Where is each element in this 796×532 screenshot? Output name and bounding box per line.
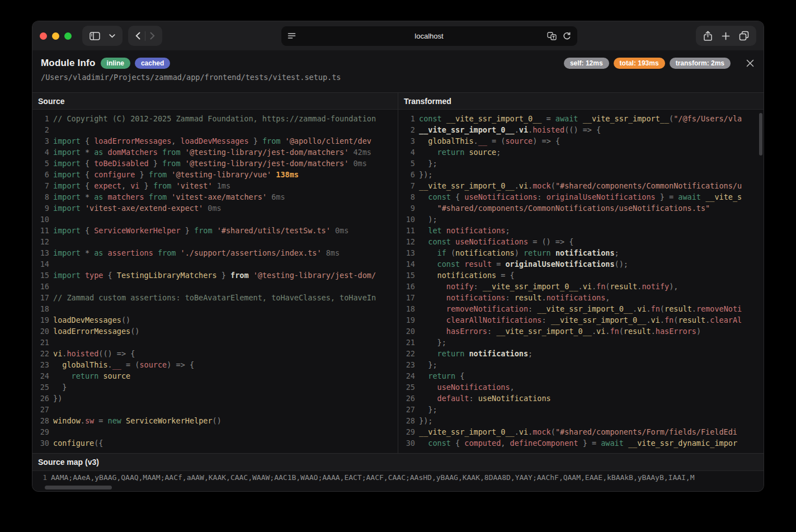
code-line: 9import 'vitest-axe/extend-expect' 0ms (32, 203, 398, 214)
line-number: 10 (32, 214, 49, 225)
line-number: 30 (32, 437, 49, 449)
line-number: 21 (32, 337, 49, 348)
sidebar-menu-button[interactable] (105, 32, 120, 40)
line-number: 1 (32, 113, 49, 124)
module-path: /Users/vladimir/Projects/zammad/app/fron… (41, 73, 756, 82)
line-number: 6 (32, 169, 49, 180)
tab-overview-button[interactable] (734, 29, 753, 43)
browser-window: localhost (32, 21, 764, 491)
horizontal-scrollbar-thumb[interactable] (45, 486, 112, 489)
source-panel-title: Source (32, 93, 398, 110)
line-number: 13 (32, 247, 49, 258)
new-tab-button[interactable] (717, 30, 734, 43)
sidebar-button-group (82, 26, 123, 46)
page-title: Module Info (41, 58, 96, 69)
line-number: 2 (398, 124, 415, 135)
reload-icon[interactable] (563, 32, 571, 40)
forward-button[interactable] (145, 30, 159, 42)
code-line: 27 }; (398, 404, 764, 415)
code-line: 16 notify: __vite_ssr_import_0__.vi.fn(r… (398, 281, 764, 292)
line-number: 3 (398, 135, 415, 147)
zoom-window-button[interactable] (64, 32, 72, 40)
line-number: 11 (32, 225, 49, 236)
line-number: 8 (32, 191, 49, 203)
line-number: 20 (398, 326, 415, 337)
code-line: 24 return { (398, 370, 764, 382)
line-number: 12 (398, 236, 415, 247)
code-line: 5 }; (398, 158, 764, 169)
line-number: 30 (398, 437, 415, 449)
line-number: 1 (398, 113, 415, 124)
code-line: 20loadErrorMessages() (32, 326, 398, 337)
timing-badge: transform: 2ms (670, 58, 731, 69)
url-text: localhost (281, 32, 577, 40)
minimize-window-button[interactable] (52, 32, 59, 40)
line-number: 23 (398, 359, 415, 370)
line-number: 15 (398, 270, 415, 281)
line-number: 10 (398, 214, 415, 225)
history-button-group (128, 26, 162, 46)
code-line: 11 let notifications; (398, 225, 764, 236)
close-button[interactable] (745, 58, 756, 69)
code-line: 10 (32, 214, 398, 225)
sourcemap-panel: Source map (v3) 1 AAMA;AAeA,yBAAG,QAAQ,M… (32, 453, 764, 491)
code-line: 30configure({ (32, 437, 398, 449)
translate-icon[interactable] (547, 32, 557, 40)
code-line: 28}); (398, 415, 764, 426)
sourcemap-mappings: AAMA;AAeA,yBAAG,QAAQ,MAAM;AACf,aAAW,KAAK… (47, 471, 695, 484)
page-format-icon[interactable] (288, 32, 296, 40)
line-number: 2 (32, 124, 49, 135)
code-line: 13import * as assertions from './support… (32, 247, 398, 258)
timing-badge: self: 12ms (564, 58, 609, 69)
code-line: 17// Zammad custom assertions: toBeAvata… (32, 292, 398, 303)
code-line: 6}); (398, 169, 764, 180)
line-number: 19 (32, 314, 49, 326)
code-line: 12 const useNotifications = () => { (398, 236, 764, 247)
code-line: 18 (32, 303, 398, 314)
line-number: 19 (398, 314, 415, 326)
code-line: 4import * as domMatchers from '@testing-… (32, 147, 398, 158)
code-line: 25 useNotifications, (398, 382, 764, 393)
line-number: 5 (398, 158, 415, 169)
browser-toolbar: localhost (32, 21, 764, 50)
line-number: 27 (398, 404, 415, 415)
line-number: 11 (398, 225, 415, 236)
line-number: 24 (32, 370, 49, 382)
line-number: 26 (32, 393, 49, 404)
vertical-scrollbar-thumb[interactable] (759, 113, 762, 156)
code-line: 1// Copyright (C) 2012-2025 Zammad Found… (32, 113, 398, 124)
back-button[interactable] (131, 30, 145, 42)
line-number: 27 (32, 404, 49, 415)
line-number: 22 (398, 348, 415, 359)
chevron-right-icon (150, 32, 155, 40)
source-code[interactable]: 1// Copyright (C) 2012-2025 Zammad Found… (32, 110, 398, 453)
close-window-button[interactable] (40, 32, 47, 40)
code-line: 26 default: useNotifications (398, 393, 764, 404)
line-number: 1 (32, 471, 47, 484)
code-line: 9 "#shared/components/CommonNotification… (398, 203, 764, 214)
transformed-code[interactable]: 1const __vite_ssr_import_0__ = await __v… (398, 110, 764, 453)
code-line: 19 clearAllNotifications: __vite_ssr_imp… (398, 314, 764, 326)
line-number: 12 (32, 236, 49, 247)
line-number: 14 (32, 258, 49, 270)
sourcemap-line: 1 AAMA;AAeA,yBAAG,QAAQ,MAAM;AACf,aAAW,KA… (32, 471, 764, 484)
code-line: 28window.sw = new ServiceWorkerHelper() (32, 415, 398, 426)
line-number: 14 (398, 258, 415, 270)
sidebar-toggle-button[interactable] (85, 30, 105, 43)
module-badge: inline (101, 58, 130, 69)
address-bar[interactable]: localhost (281, 26, 577, 46)
code-line: 8import * as matchers from 'vitest-axe/m… (32, 191, 398, 203)
code-line: 3import { loadErrorMessages, loadDevMess… (32, 135, 398, 147)
code-line: 18 removeNotification: __vite_ssr_import… (398, 303, 764, 314)
code-line: 13 if (notifications) return notificatio… (398, 247, 764, 258)
line-number: 7 (32, 180, 49, 191)
code-line: 19loadDevMessages() (32, 314, 398, 326)
code-line: 22vi.hoisted(() => { (32, 348, 398, 359)
code-line: 5import { toBeDisabled } from '@testing-… (32, 158, 398, 169)
code-line: 23 }; (398, 359, 764, 370)
code-line: 30 const { computed, defineComponent } =… (398, 437, 764, 449)
line-number: 28 (32, 415, 49, 426)
tabs-icon (739, 31, 749, 41)
share-button[interactable] (699, 29, 717, 44)
line-number: 9 (32, 203, 49, 214)
